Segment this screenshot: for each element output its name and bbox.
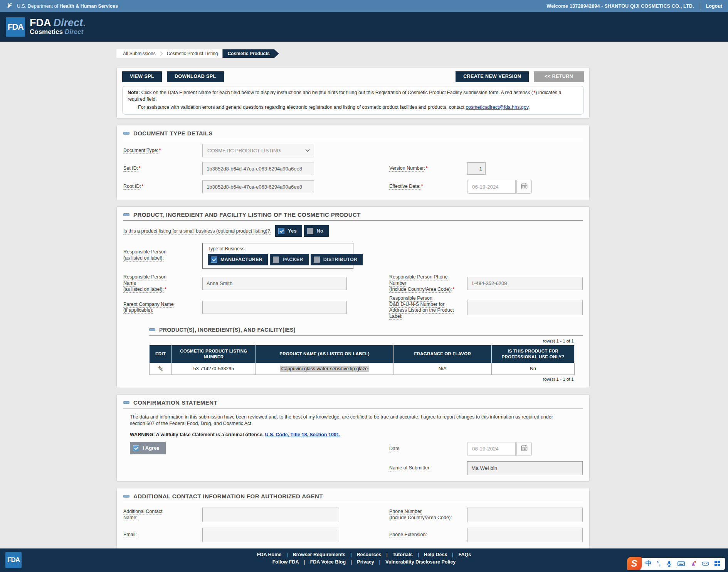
create-new-version-button[interactable]: CREATE NEW VERSION: [456, 71, 529, 82]
parent-company-input[interactable]: [202, 301, 347, 314]
parent-company-label-line2[interactable]: (if applicable):: [123, 307, 153, 314]
us-code-link[interactable]: U.S. Code, Title 18, Section 1001.: [265, 432, 341, 437]
effective-date-label[interactable]: Effective Date:: [389, 184, 420, 190]
i-agree-toggle[interactable]: I Agree: [130, 442, 166, 454]
ime-language-icon[interactable]: 中: [646, 560, 652, 568]
rp-duns-label[interactable]: Responsible Person: [389, 295, 432, 302]
rp-phone-label-line3[interactable]: (Include Country/Area Code):: [389, 287, 452, 293]
keyboard-icon[interactable]: [678, 560, 685, 567]
no-label: No: [317, 228, 323, 234]
version-number-label[interactable]: Version Number:: [389, 165, 425, 172]
microphone-icon[interactable]: [666, 560, 673, 567]
rp-phone-label-line2[interactable]: Number: [389, 280, 406, 287]
return-button[interactable]: << RETURN: [534, 71, 584, 82]
required-asterisk: *: [142, 184, 143, 188]
rp-name-label-line3[interactable]: (as listed on label):: [123, 287, 164, 293]
footer-links-row1: FDA Home| Browser Requirements| Resource…: [0, 548, 728, 557]
additional-contact-name-input[interactable]: [202, 508, 339, 522]
rp-duns-label-line2[interactable]: D&B D-U-N-S Number for: [389, 302, 444, 308]
collapse-dash-icon[interactable]: [123, 213, 129, 216]
effective-date-calendar-button[interactable]: [516, 180, 532, 194]
effective-date-input[interactable]: 06-19-2024: [467, 180, 516, 194]
sogou-logo-icon[interactable]: S: [627, 557, 642, 570]
edit-pencil-icon[interactable]: ✎: [158, 365, 163, 373]
breadcrumb-cosmetic-product-listing[interactable]: Cosmetic Product Listing: [164, 51, 221, 56]
footer-link-follow-fda[interactable]: Follow FDA: [272, 559, 299, 565]
parent-company-label[interactable]: Parent Company Name: [123, 302, 174, 308]
fda-logo[interactable]: FDA: [6, 17, 25, 37]
name-of-submitter-label[interactable]: Name of Submitter: [389, 465, 429, 471]
collapse-dash-icon[interactable]: [123, 495, 129, 498]
rp-phone-label[interactable]: Responsible Person Phone: [389, 274, 448, 280]
products-subsection: PRODUCT(S), INGREDIENT(S), AND FACILITY(…: [149, 327, 583, 381]
footer-link-help-desk[interactable]: Help Desk: [424, 552, 447, 557]
footer-link-tutorials[interactable]: Tutorials: [393, 552, 413, 557]
small-business-yes-toggle[interactable]: Yes: [275, 225, 302, 237]
download-spl-button[interactable]: DOWNLOAD SPL: [167, 71, 224, 82]
footer-link-fda-home[interactable]: FDA Home: [257, 552, 281, 557]
rp-name-label[interactable]: Responsible Person: [123, 274, 166, 280]
rp-duns-label-line3[interactable]: Address Listed on the Product: [389, 307, 454, 314]
date-label[interactable]: Date: [389, 446, 399, 452]
additional-contact-name-label-line2[interactable]: Name:: [123, 515, 138, 521]
rp-duns-label-line4[interactable]: Label:: [389, 314, 402, 320]
confirmation-date-input[interactable]: 06-19-2024: [467, 442, 516, 456]
column-header-professional-use: IS THIS PRODUCT FOR PROFESSIONAL USE ONL…: [492, 345, 575, 363]
hhs-dept-name: Health & Human Services: [59, 3, 118, 9]
breadcrumb: All Submissions Cosmetic Product Listing…: [116, 49, 590, 58]
agent-phone-label-line2[interactable]: (Include Country/Area Code):: [389, 515, 452, 521]
footer-link-faqs[interactable]: FAQs: [459, 552, 471, 557]
fda-footer-logo[interactable]: FDA: [5, 552, 22, 568]
phone-extension-label[interactable]: Phone Extension:: [389, 532, 427, 538]
hhs-branding[interactable]: U.S. Department of Health & Human Servic…: [6, 2, 118, 10]
contact-email-link[interactable]: cosmeticsdirect@fda.hhs.gov: [466, 105, 528, 110]
collapse-dash-icon[interactable]: [149, 328, 155, 331]
collapse-dash-icon[interactable]: [123, 132, 129, 135]
rp-phone-input[interactable]: 1-484-352-6208: [467, 277, 583, 290]
email-label[interactable]: Email:: [123, 532, 137, 538]
view-spl-button[interactable]: VIEW SPL: [122, 71, 162, 82]
additional-contact-card: ADDITIONAL CONTACT INFORMATION FOR AUTHO…: [116, 488, 590, 549]
version-number-input[interactable]: 1: [467, 162, 486, 175]
email-input[interactable]: [202, 528, 339, 542]
responsible-person-label[interactable]: Responsible Person: [123, 249, 166, 255]
collapse-dash-icon[interactable]: [123, 401, 129, 404]
ime-punctuation-icon[interactable]: °,: [657, 560, 661, 567]
gamepad-icon[interactable]: [702, 561, 709, 567]
small-business-label[interactable]: Is this a product listing for a small bu…: [123, 228, 271, 235]
toolbox-grid-icon[interactable]: [714, 560, 720, 567]
root-id-input[interactable]: 1b3852d8-b64e-47ca-e063-6294a90a6ee8: [202, 180, 314, 193]
root-id-row: Root ID:* 1b3852d8-b64e-47ca-e063-6294a9…: [123, 180, 583, 194]
root-id-label[interactable]: Root ID:: [123, 184, 141, 190]
business-type-packer-toggle[interactable]: PACKER: [270, 254, 309, 265]
agent-phone-input[interactable]: [467, 508, 583, 522]
set-id-input[interactable]: 1b3852d8-b64d-47ca-e063-6294a90a6ee8: [202, 162, 314, 175]
rp-name-input[interactable]: Anna Smith: [202, 277, 347, 290]
footer-link-browser-requirements[interactable]: Browser Requirements: [293, 552, 345, 557]
business-type-distributor-toggle[interactable]: DISTRIBUTOR: [311, 254, 363, 265]
breadcrumb-all-submissions[interactable]: All Submissions: [120, 51, 158, 56]
responsible-person-label-line2[interactable]: (as listed on label):: [123, 255, 164, 262]
footer-link-privacy[interactable]: Privacy: [357, 559, 374, 565]
skin-theme-icon[interactable]: [690, 560, 697, 567]
confirmation-date-calendar-button[interactable]: [516, 442, 532, 456]
rp-name-label-line2[interactable]: Name: [123, 280, 136, 287]
footer-separator: |: [379, 559, 380, 565]
brand-text[interactable]: FDADirect. CosmeticsDirect: [30, 18, 86, 36]
document-type-label[interactable]: Document Type:: [123, 148, 158, 154]
additional-contact-name-label[interactable]: Additional Contact: [123, 509, 162, 515]
agent-phone-label[interactable]: Phone Number: [389, 509, 422, 515]
name-of-submitter-input[interactable]: Ma Wei bin: [467, 461, 583, 475]
business-type-manufacturer-toggle[interactable]: MANUFACTURER: [208, 254, 268, 265]
phone-extension-input[interactable]: [467, 528, 583, 542]
footer-link-resources[interactable]: Resources: [357, 552, 382, 557]
small-business-no-toggle[interactable]: No: [304, 225, 329, 237]
footer-link-vulnerability-disclosure[interactable]: Vulnerability Disclosure Policy: [385, 559, 456, 565]
rp-duns-input[interactable]: [467, 300, 583, 315]
document-type-select[interactable]: COSMETIC PRODUCT LISTING: [202, 144, 314, 157]
logout-link[interactable]: Logout: [706, 3, 722, 9]
breadcrumb-cosmetic-products[interactable]: Cosmetic Products: [222, 49, 279, 58]
footer-link-fda-voice-blog[interactable]: FDA Voice Blog: [310, 559, 346, 565]
column-header-product-name: PRODUCT NAME (AS LISTED ON LABEL): [256, 345, 393, 363]
set-id-label[interactable]: Set ID:: [123, 165, 138, 172]
